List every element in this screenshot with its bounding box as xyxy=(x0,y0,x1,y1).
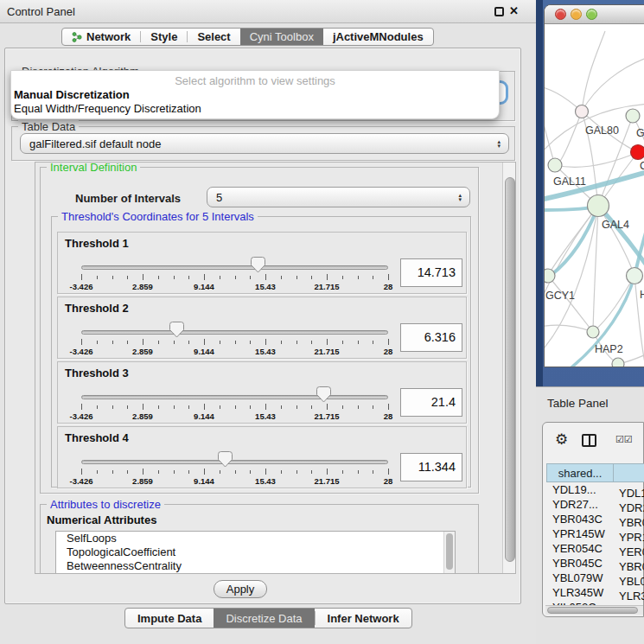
threshold-3-value-field[interactable]: 21.4 xyxy=(400,388,462,417)
table-row[interactable]: YBR043CYBR0 xyxy=(546,512,644,526)
tick-label: 2.859 xyxy=(132,282,153,291)
tick-mark xyxy=(97,470,98,474)
network-node-gcy1[interactable] xyxy=(545,269,555,283)
table-row[interactable]: YBL079WYBL0 xyxy=(546,571,644,585)
slider-track[interactable] xyxy=(81,330,388,335)
thresholds-group-title: Threshold's Coordinates for 5 Intervals xyxy=(58,210,258,223)
list-scrollbar[interactable] xyxy=(443,532,455,574)
network-edge[interactable] xyxy=(548,276,593,332)
tick-mark xyxy=(281,341,282,344)
network-edge[interactable] xyxy=(593,206,598,332)
popup-item-manual-discretization[interactable]: Manual Discretization xyxy=(14,88,130,101)
network-window-titlebar[interactable] xyxy=(545,5,644,24)
threshold-2-panel: Threshold 2 -3.4262.8599.14415.4321.7152… xyxy=(57,296,467,359)
network-node-gal4[interactable] xyxy=(588,195,609,217)
network-node-gal11[interactable] xyxy=(548,158,562,172)
close-window-icon[interactable] xyxy=(555,9,566,20)
network-edge[interactable] xyxy=(582,59,644,112)
table-data-group: Table Data galFiltered.sif default node … xyxy=(11,126,515,161)
tab-jactivemnodules[interactable]: jActiveMNodules xyxy=(323,29,433,45)
network-desktop: GAL80GACGAL11GAL4GCY1HHAP2 xyxy=(536,0,644,386)
tick-mark xyxy=(112,470,113,474)
vertical-scrollbar-thumb[interactable] xyxy=(505,177,515,562)
tick-label: -3.426 xyxy=(70,347,93,356)
table-row[interactable]: YPR145WYPR1 xyxy=(546,526,644,541)
tab-discretize-data[interactable]: Discretize Data xyxy=(214,609,314,628)
network-edge[interactable] xyxy=(555,112,582,165)
tick-mark xyxy=(250,470,251,474)
tick-mark xyxy=(265,469,266,475)
zoom-window-icon[interactable] xyxy=(586,9,597,20)
tick-mark xyxy=(158,470,159,474)
vertical-scrollbar[interactable] xyxy=(502,163,516,574)
network-edge[interactable] xyxy=(545,325,593,332)
slider-track[interactable] xyxy=(81,265,388,270)
table-row[interactable]: YDL19...YDL1 xyxy=(546,482,644,497)
network-edge[interactable] xyxy=(593,276,634,332)
tab-cyni-toolbox[interactable]: Cyni Toolbox xyxy=(240,29,323,45)
popup-item-equal-width[interactable]: Equal Width/Frequency Discretization xyxy=(14,102,201,115)
network-canvas[interactable]: GAL80GACGAL11GAL4GCY1HHAP2 xyxy=(545,24,644,367)
slider-track[interactable] xyxy=(81,395,388,399)
network-node-node-bottom[interactable] xyxy=(612,358,624,367)
apply-button[interactable]: Apply xyxy=(214,580,267,598)
minimize-window-icon[interactable] xyxy=(571,9,582,20)
horizontal-scrollbar-thumb[interactable] xyxy=(547,607,638,614)
tick-mark xyxy=(250,276,251,279)
network-node-node-right[interactable] xyxy=(626,109,640,123)
number-of-intervals-combo[interactable]: 5 ▴▾ xyxy=(207,187,470,207)
column-header-name[interactable]: n xyxy=(614,463,644,482)
bottom-tab-bar: Impute Data Discretize Data Infer Networ… xyxy=(124,608,412,628)
attribute-list-item[interactable]: TopologicalCoefficient xyxy=(56,545,455,559)
table-data-combo[interactable]: galFiltered.sif default node ▴▾ xyxy=(20,133,509,154)
slider-thumb[interactable] xyxy=(218,451,233,468)
table-panel-region: Table Panel ⚙ ☑☑ shared... n YDL19...YDL… xyxy=(536,386,644,644)
network-node-label: GA xyxy=(636,127,644,139)
threshold-2-value-field[interactable]: 6.316 xyxy=(400,323,462,352)
split-columns-icon[interactable] xyxy=(582,434,596,447)
slider-thumb[interactable] xyxy=(251,257,265,273)
table-row[interactable]: YER054CYER0 xyxy=(546,541,644,556)
threshold-1-panel: Threshold 1 -3.4262.8599.14415.4321.7152… xyxy=(57,232,467,294)
tick-mark xyxy=(158,341,159,344)
attribute-list-item[interactable]: BetweennessCentrality xyxy=(56,559,455,573)
tick-mark xyxy=(388,469,389,475)
column-header-shared-name[interactable]: shared... xyxy=(546,463,614,482)
attribute-list-item[interactable]: SelfLoops xyxy=(56,532,455,545)
table-row[interactable]: YDR27...YDR2 xyxy=(546,497,644,512)
slider-thumb[interactable] xyxy=(316,386,331,403)
network-node-node-h[interactable] xyxy=(627,268,643,284)
network-edge[interactable] xyxy=(555,152,638,167)
tick-mark xyxy=(235,341,236,344)
tick-mark xyxy=(342,405,343,409)
table-row[interactable]: YBR045CYBR0 xyxy=(546,556,644,571)
threshold-4-panel: Threshold 4 -3.4262.8599.14415.4321.7152… xyxy=(57,426,467,488)
threshold-4-value-field[interactable]: 11.344 xyxy=(400,453,462,481)
list-scrollbar-thumb[interactable] xyxy=(446,533,453,570)
tab-style[interactable]: Style xyxy=(141,29,187,45)
select-columns-icon[interactable]: ☑☑ xyxy=(615,434,633,445)
slider-track[interactable] xyxy=(81,460,388,464)
threshold-1-value-field[interactable]: 14.713 xyxy=(400,258,462,287)
float-window-icon[interactable] xyxy=(494,7,504,16)
network-edge[interactable] xyxy=(582,31,605,112)
network-node-hap2[interactable] xyxy=(587,326,599,338)
network-node-selected-red[interactable] xyxy=(631,145,644,160)
tab-network[interactable]: Network xyxy=(62,29,140,45)
horizontal-scrollbar[interactable] xyxy=(545,605,643,615)
network-edge[interactable] xyxy=(545,111,555,165)
tick-mark xyxy=(296,405,297,409)
tick-mark xyxy=(188,405,189,409)
tick-mark xyxy=(281,405,282,409)
tab-infer-network[interactable]: Infer Network xyxy=(316,609,411,628)
table-row[interactable]: YLR345WYLR3 xyxy=(546,585,644,600)
tab-select[interactable]: Select xyxy=(188,29,239,45)
tick-mark xyxy=(250,405,251,409)
tick-label: 2.859 xyxy=(132,347,153,356)
slider-thumb[interactable] xyxy=(169,322,184,338)
close-icon[interactable]: ✕ xyxy=(509,4,519,17)
tab-impute-data[interactable]: Impute Data xyxy=(125,609,214,628)
gear-icon[interactable]: ⚙ xyxy=(555,430,568,449)
tick-mark xyxy=(388,274,389,280)
network-node-gal80[interactable] xyxy=(576,105,589,118)
